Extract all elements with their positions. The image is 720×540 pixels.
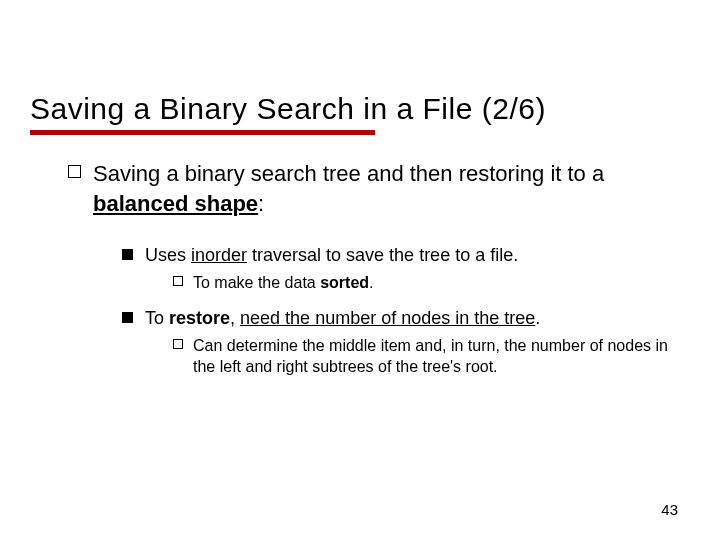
bold-text: restore bbox=[169, 308, 230, 328]
text: To make the data bbox=[193, 274, 320, 291]
lvl1-text: Saving a binary search tree and then res… bbox=[93, 159, 690, 218]
text: Uses bbox=[145, 245, 191, 265]
bullet-level-2: Uses inorder traversal to save the tree … bbox=[122, 244, 690, 388]
bullet-level-3: To make the data sorted. bbox=[173, 272, 690, 294]
bold-text: sorted bbox=[320, 274, 369, 291]
text: To bbox=[145, 308, 169, 328]
solid-square-icon bbox=[122, 249, 133, 260]
lvl3-text: To make the data sorted. bbox=[193, 272, 374, 294]
text: , bbox=[230, 308, 240, 328]
text: traversal to save the tree to a file. bbox=[247, 245, 518, 265]
page-number: 43 bbox=[661, 501, 678, 518]
underline-text: inorder bbox=[191, 245, 247, 265]
hollow-square-icon bbox=[173, 339, 183, 349]
bullet-level-3: Can determine the middle item and, in tu… bbox=[173, 335, 690, 378]
slide: Saving a Binary Search in a File (2/6) S… bbox=[0, 0, 720, 540]
hollow-square-icon bbox=[68, 165, 81, 178]
text: Saving a binary search tree and then res… bbox=[93, 161, 604, 186]
bullet-level-1: Saving a binary search tree and then res… bbox=[68, 159, 690, 218]
solid-square-icon bbox=[122, 312, 133, 323]
underline-text: need the number of nodes in the tree bbox=[240, 308, 535, 328]
list-item: Can determine the middle item and, in tu… bbox=[173, 335, 690, 378]
list-item: Uses inorder traversal to save the tree … bbox=[122, 244, 690, 303]
text: . bbox=[535, 308, 540, 328]
title-underline bbox=[30, 130, 375, 135]
list-item: To restore, need the number of nodes in … bbox=[122, 307, 690, 388]
list-item: To make the data sorted. bbox=[173, 272, 690, 294]
lvl2-text: Uses inorder traversal to save the tree … bbox=[145, 244, 690, 267]
lvl2-text: To restore, need the number of nodes in … bbox=[145, 307, 690, 330]
lvl3-text: Can determine the middle item and, in tu… bbox=[193, 335, 690, 378]
emphasis-text: balanced shape bbox=[93, 191, 258, 216]
hollow-square-icon bbox=[173, 276, 183, 286]
text: : bbox=[258, 191, 264, 216]
text: . bbox=[369, 274, 373, 291]
slide-title: Saving a Binary Search in a File (2/6) bbox=[30, 92, 690, 126]
list-item: Saving a binary search tree and then res… bbox=[68, 159, 690, 218]
